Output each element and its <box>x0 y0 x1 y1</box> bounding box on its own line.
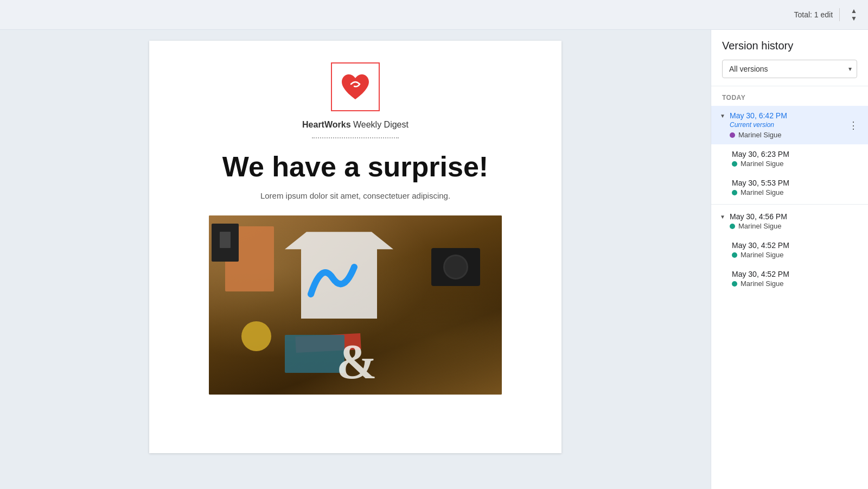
dotted-divider <box>312 137 399 138</box>
author-dot-v4 <box>730 224 735 229</box>
version-author-v6: Marinel Sigue <box>732 280 857 288</box>
expand-icon-v1: ▼ <box>720 113 726 119</box>
document-subtext: Lorem ipsum dolor sit amet, consectetuer… <box>260 191 450 200</box>
logo-box <box>331 62 380 111</box>
version-timestamp-v3: May 30, 5:53 PM <box>732 179 857 187</box>
svg-rect-1 <box>220 232 231 248</box>
version-info-v3: May 30, 5:53 PM Marinel Sigue <box>732 179 857 196</box>
total-edits-label: Total: 1 edit <box>794 10 833 19</box>
section-label-today: TODAY <box>711 86 868 106</box>
author-dot-v1 <box>730 132 735 138</box>
big-ampersand-icon: & <box>334 329 382 384</box>
version-timestamp-v1: May 30, 6:42 PM <box>730 111 857 120</box>
version-info-v6: May 30, 4:52 PM Marinel Sigue <box>732 270 857 288</box>
author-dot-v6 <box>732 281 737 287</box>
sidebar-title: Version history <box>722 40 857 52</box>
version-info-v5: May 30, 4:52 PM Marinel Sigue <box>732 241 857 259</box>
type-block-icon <box>209 221 241 264</box>
version-current-label: Current version <box>730 121 857 129</box>
version-item-v3[interactable]: May 30, 5:53 PM Marinel Sigue <box>711 173 868 202</box>
version-item-v2[interactable]: May 30, 6:23 PM Marinel Sigue <box>711 144 868 173</box>
promo-image: & <box>209 215 502 395</box>
version-info-v2: May 30, 6:23 PM Marinel Sigue <box>732 150 857 168</box>
version-timestamp-v2: May 30, 6:23 PM <box>732 150 857 158</box>
heartworks-logo-icon <box>339 72 372 102</box>
version-item-v6[interactable]: May 30, 4:52 PM Marinel Sigue <box>711 264 868 293</box>
author-dot-v2 <box>732 161 737 167</box>
main-layout: HeartWorks Weekly Digest We have a surpr… <box>0 30 868 489</box>
expand-icon-v4: ▼ <box>720 214 726 220</box>
version-info-v1: May 30, 6:42 PM Current version Marinel … <box>730 111 857 139</box>
version-menu-button-v1[interactable]: ⋮ <box>845 118 861 132</box>
version-author-v1: Marinel Sigue <box>730 131 857 139</box>
document-page: HeartWorks Weekly Digest We have a surpr… <box>149 41 561 453</box>
navigation-arrows: ▲ ▼ <box>851 8 857 22</box>
version-history-sidebar: Version history All versions ▾ TODAY ▼ M… <box>711 30 868 489</box>
coin-shape <box>241 321 271 351</box>
version-author-v4: Marinel Sigue <box>730 222 857 230</box>
sidebar-header: Version history All versions ▾ <box>711 30 868 86</box>
version-item-v4[interactable]: ▼ May 30, 4:56 PM Marinel Sigue <box>711 207 868 236</box>
version-author-v3: Marinel Sigue <box>732 188 857 196</box>
version-author-v2: Marinel Sigue <box>732 160 857 168</box>
document-headline: We have a surprise! <box>222 151 488 182</box>
nav-up-button[interactable]: ▲ <box>851 8 857 14</box>
squiggle-icon <box>300 251 365 305</box>
separator-1 <box>711 204 868 205</box>
top-bar: Total: 1 edit ▲ ▼ <box>0 0 868 30</box>
version-author-v5: Marinel Sigue <box>732 251 857 259</box>
version-timestamp-v5: May 30, 4:52 PM <box>732 241 857 250</box>
version-timestamp-v6: May 30, 4:52 PM <box>732 270 857 278</box>
nav-down-button[interactable]: ▼ <box>851 15 857 22</box>
divider <box>839 8 840 21</box>
svg-text:&: & <box>336 335 377 384</box>
version-list-scroll[interactable]: TODAY ▼ May 30, 6:42 PM Current version … <box>711 86 868 489</box>
author-dot-v3 <box>732 190 737 195</box>
version-item-current[interactable]: ▼ May 30, 6:42 PM Current version Marine… <box>711 106 868 144</box>
brand-name: HeartWorks Weekly Digest <box>302 120 409 130</box>
author-dot-v5 <box>732 252 737 258</box>
document-area: HeartWorks Weekly Digest We have a surpr… <box>0 30 711 489</box>
version-timestamp-v4: May 30, 4:56 PM <box>730 212 857 221</box>
version-info-v4: May 30, 4:56 PM Marinel Sigue <box>730 212 857 230</box>
version-filter-wrapper: All versions ▾ <box>722 60 857 78</box>
version-item-v5[interactable]: May 30, 4:52 PM Marinel Sigue <box>711 236 868 264</box>
camera-shape <box>431 248 480 286</box>
version-filter-select[interactable]: All versions <box>722 60 857 78</box>
